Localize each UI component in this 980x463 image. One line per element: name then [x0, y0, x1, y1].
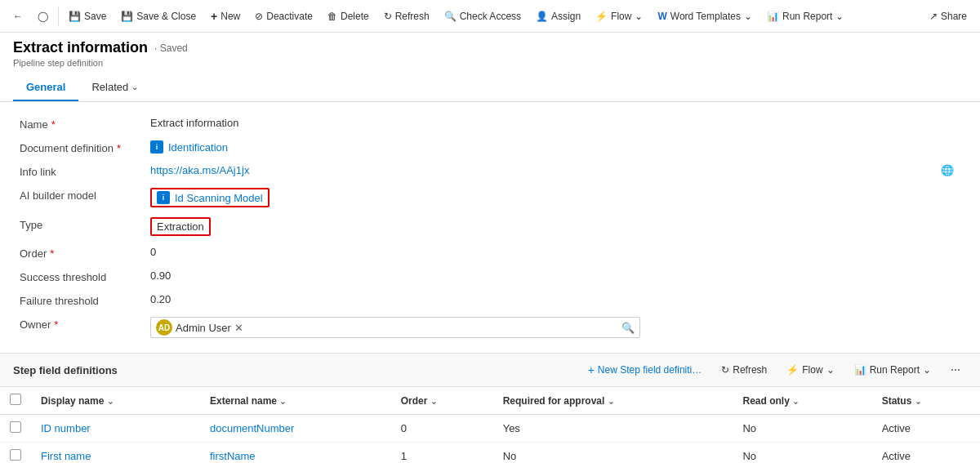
field-name-label: Name * [20, 117, 150, 131]
toolbar: ← ◯ 💾 Save 💾 Save & Close + New ⊘ Deacti… [0, 0, 980, 33]
field-success-value: 0.90 [150, 269, 960, 282]
col-readonly-sort[interactable]: ⌄ [792, 397, 799, 406]
col-display-name: Display name ⌄ [31, 387, 200, 415]
new-step-button[interactable]: + New Step field definiti… [581, 360, 709, 380]
owner-name: Admin User [176, 322, 231, 334]
owner-tag: AD Admin User ✕ [156, 319, 243, 336]
field-success-label: Success threshold [20, 269, 150, 283]
owner-field-container[interactable]: AD Admin User ✕ 🔍 [150, 317, 640, 338]
page-title: Extract information [13, 39, 148, 56]
col-status-sort[interactable]: ⌄ [915, 397, 921, 406]
assign-button[interactable]: 👤 Assign [529, 7, 587, 25]
field-info-link-value: https://aka.ms/AAj1jx 🌐 [150, 164, 960, 176]
section-run-report-icon: 📊 [854, 364, 866, 376]
cell-readonly-0: No [733, 415, 871, 443]
refresh-button[interactable]: ↻ Refresh [377, 7, 436, 25]
step-fields-table: Display name ⌄ External name ⌄ Order ⌄ R… [0, 387, 980, 463]
save-button[interactable]: 💾 Save [62, 7, 113, 25]
required-star-3: * [50, 247, 54, 260]
row-checkbox-0[interactable] [10, 421, 21, 433]
share-button[interactable]: ↗ Share [923, 7, 973, 25]
field-type-value: Extraction [150, 217, 960, 236]
section-run-report-button[interactable]: 📊 Run Report ⌄ [848, 361, 938, 379]
delete-button[interactable]: 🗑 Delete [321, 7, 376, 25]
field-name-value: Extract information [150, 117, 960, 129]
toolbar-divider-1 [58, 7, 59, 26]
section-run-report-dropdown-icon: ⌄ [923, 364, 931, 376]
page-subtitle: Pipeline step definition [13, 58, 967, 68]
deactivate-button[interactable]: ⊘ Deactivate [248, 7, 319, 25]
field-owner-label: Owner * [20, 317, 150, 331]
ai-model-icon: i [157, 191, 170, 204]
section-title: Step field definitions [13, 364, 118, 376]
cell-status-0: Active [872, 415, 980, 443]
owner-remove-button[interactable]: ✕ [234, 322, 243, 334]
back-icon: ← [13, 11, 23, 22]
new-button[interactable]: + New [204, 7, 247, 26]
ai-model-link[interactable]: Id Scanning Model [175, 192, 263, 204]
section-flow-dropdown-icon: ⌄ [826, 364, 835, 376]
field-type-label: Type [20, 217, 150, 231]
table-row: ID number documentNumber 0 Yes No Active [0, 415, 980, 443]
col-required-sort[interactable]: ⌄ [608, 397, 614, 406]
col-order-sort[interactable]: ⌄ [430, 397, 437, 406]
field-type: Type Extraction [20, 212, 960, 241]
select-all-checkbox[interactable] [10, 394, 21, 405]
restore-button[interactable]: ◯ [31, 7, 55, 25]
ai-model-highlight: i Id Scanning Model [150, 188, 270, 207]
cell-status-1: Active [872, 443, 980, 464]
required-star-2: * [117, 142, 121, 154]
save-close-icon: 💾 [121, 11, 133, 22]
form-area: Name * Extract information Document defi… [0, 102, 980, 353]
run-report-button[interactable]: 📊 Run Report ⌄ [760, 7, 850, 25]
word-templates-button[interactable]: W Word Templates ⌄ [651, 7, 759, 25]
toolbar-right: ↗ Share [923, 7, 973, 25]
cell-readonly-1: No [733, 443, 871, 464]
share-icon: ↗ [929, 11, 938, 22]
field-document-definition: Document definition * i Identification [20, 136, 960, 159]
col-read-only: Read only ⌄ [733, 387, 871, 415]
section-refresh-button[interactable]: ↻ Refresh [715, 361, 773, 379]
col-display-name-sort[interactable]: ⌄ [107, 397, 114, 406]
doc-def-icon: i [150, 140, 163, 154]
doc-def-link[interactable]: Identification [168, 141, 228, 154]
back-button[interactable]: ← [7, 7, 29, 25]
delete-icon: 🗑 [327, 11, 337, 22]
tab-related[interactable]: Related ⌄ [78, 74, 151, 101]
cell-external-name-0: documentNumber [200, 415, 391, 443]
tab-general[interactable]: General [13, 74, 78, 101]
field-order: Order * 0 [20, 241, 960, 265]
flow-button[interactable]: ⚡ Flow ⌄ [589, 7, 649, 25]
cell-display-name-1: First name [31, 443, 200, 464]
display-name-link-1[interactable]: First name [41, 450, 91, 462]
field-ai-value: i Id Scanning Model [150, 188, 960, 207]
assign-icon: 👤 [536, 11, 548, 22]
new-icon: + [211, 10, 217, 23]
col-order: Order ⌄ [391, 387, 493, 415]
section-flow-button[interactable]: ⚡ Flow ⌄ [780, 361, 840, 379]
save-close-button[interactable]: 💾 Save & Close [114, 7, 203, 25]
required-star-4: * [54, 318, 58, 331]
word-templates-dropdown-icon: ⌄ [744, 11, 752, 22]
display-name-link-0[interactable]: ID number [41, 422, 91, 434]
row-checkbox-1[interactable] [10, 449, 21, 461]
cell-external-name-1: firstName [200, 443, 391, 464]
restore-icon: ◯ [38, 11, 48, 22]
col-status: Status ⌄ [872, 387, 980, 415]
section-more-button[interactable]: ⋯ [944, 361, 967, 379]
flow-icon: ⚡ [595, 11, 608, 22]
globe-icon[interactable]: 🌐 [941, 164, 954, 176]
col-external-name: External name ⌄ [200, 387, 391, 415]
owner-search-icon[interactable]: 🔍 [621, 322, 635, 334]
required-star: * [51, 118, 56, 131]
info-link-url[interactable]: https://aka.ms/AAj1jx [150, 164, 249, 176]
step-field-definitions-header: Step field definitions + New Step field … [0, 353, 980, 387]
check-access-button[interactable]: 🔍 Check Access [438, 7, 528, 25]
type-highlight: Extraction [150, 217, 211, 236]
col-external-name-sort[interactable]: ⌄ [279, 397, 286, 406]
field-order-label: Order * [20, 246, 150, 260]
tabs: General Related ⌄ [13, 74, 967, 101]
check-access-icon: 🔍 [444, 11, 457, 22]
section-actions: + New Step field definiti… ↻ Refresh ⚡ F… [581, 360, 967, 380]
new-step-plus-icon: + [588, 363, 595, 376]
